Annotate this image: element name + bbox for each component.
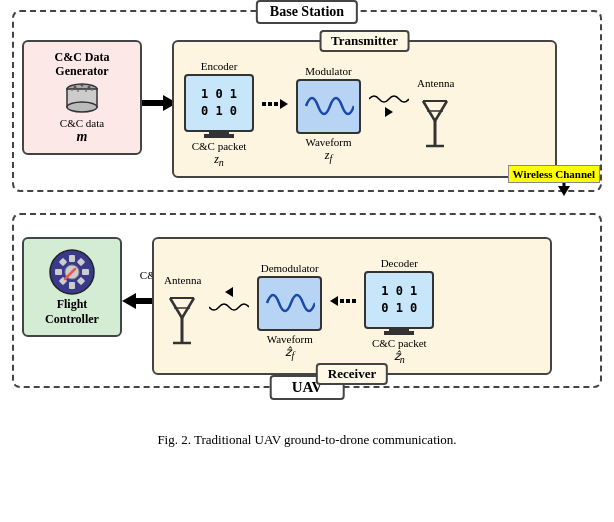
cc-generator-label: C&C Data Generator [32,50,132,79]
receiver-box: Receiver Antenna [152,237,552,375]
antenna-label-top: Antenna [417,77,454,89]
svg-rect-21 [69,282,75,289]
antenna-icon-bottom [165,288,200,348]
waveform-label-top: Waveform [305,136,351,148]
demodulator-label: Demodulator [261,262,319,274]
svg-point-7 [77,90,79,92]
svg-point-2 [67,102,97,112]
top-section: Base Station C&C Data Generator [12,10,602,205]
waveform-var-top: zf [325,148,332,164]
svg-point-9 [91,89,93,91]
antenna-block-bottom: Antenna [164,274,201,348]
wavy-arrow-1 [369,91,409,117]
encoder-block: Encoder 1 0 10 1 0 C&C packet zn [184,60,254,168]
waveform-label-bottom: Waveform [267,333,313,345]
cc-generator-box: C&C Data Generator C&C d [22,40,142,155]
rx-content: Antenna [164,257,540,365]
packet-label-bottom: C&C packet [372,337,427,349]
database-icon [63,83,101,113]
modulator-label: Modulator [305,65,351,77]
modulator-box [296,79,361,134]
caption: Fig. 2. Traditional UAV ground-to-drone … [12,432,602,448]
receiver-label: Receiver [316,363,388,385]
sine-wave-icon [304,88,354,124]
flight-controller-icon [47,247,97,297]
encoder-box: 1 0 10 1 0 [184,74,254,132]
svg-point-6 [71,89,73,91]
cc-data-var: m [32,129,132,145]
base-station-label: Base Station [256,0,358,24]
dot-connector-1 [262,99,288,109]
flight-controller-box: Flight Controller [22,237,122,337]
demodulator-block: Demodulator Waveform ẑf [257,262,322,361]
waveform-var-bottom: ẑf [285,345,294,361]
svg-point-4 [81,83,84,86]
antenna-block-top: Antenna [417,77,454,151]
dot-connector-2 [330,296,356,306]
decoder-box: 1 0 10 1 0 [364,271,434,329]
gear-circle-icon [47,247,97,297]
svg-marker-17 [558,186,570,196]
wavy-arrow-icon [369,91,409,107]
packet-var-top: zn [214,152,224,168]
antenna-icon-top [418,91,453,151]
svg-rect-22 [55,269,62,275]
fc-label: Flight Controller [32,297,112,327]
modulator-block: Modulator Waveform zf [296,65,361,164]
cc-data-label: C&C data [32,117,132,129]
svg-point-5 [88,85,91,88]
sine-wave-icon-2 [265,285,315,321]
svg-rect-23 [82,269,89,275]
antenna-label-bottom: Antenna [164,274,201,286]
wavy-arrow-2 [209,287,249,315]
demodulator-box [257,276,322,331]
wavy-arrow-icon-2 [209,299,249,315]
svg-point-8 [85,90,87,92]
transmitter-box: Transmitter Encoder 1 0 10 1 0 [172,40,557,178]
bottom-section: UAV [12,213,602,408]
wireless-channel-label: Wireless Channel [508,165,600,183]
tx-content: Encoder 1 0 10 1 0 C&C packet zn [184,60,545,168]
uav-box: UAV [12,213,602,388]
encoder-label: Encoder [201,60,238,72]
decoder-block: Decoder 1 0 10 1 0 C&C packet ẑn [364,257,434,365]
packet-var-bottom: ẑn [394,349,405,365]
transmitter-label: Transmitter [319,30,410,52]
svg-point-3 [74,85,77,88]
diagram-container: Base Station C&C Data Generator [12,10,602,448]
packet-label-top: C&C packet [192,140,247,152]
decoder-label: Decoder [381,257,418,269]
svg-rect-20 [69,255,75,262]
